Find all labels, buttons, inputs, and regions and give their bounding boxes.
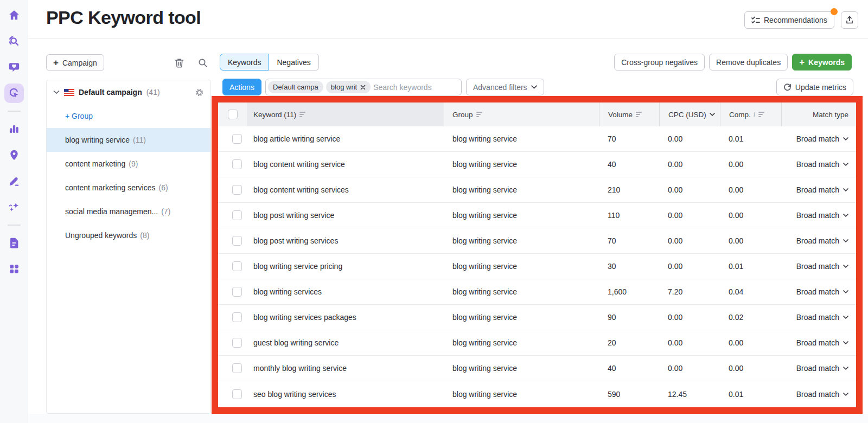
match-type-dropdown[interactable]: Broad match (796, 262, 848, 271)
row-checkbox[interactable] (232, 389, 242, 399)
group-cell: blog writing service (444, 381, 599, 407)
chevron-down-icon (843, 316, 848, 319)
filter-chip[interactable]: blog writ (326, 81, 371, 93)
volume-cell: 210 (599, 177, 659, 202)
column-header-group[interactable]: Group (444, 102, 599, 126)
close-icon[interactable] (360, 85, 366, 90)
match-type-value: Broad match (796, 287, 839, 296)
match-type-dropdown[interactable]: Broad match (796, 134, 848, 143)
reports-icon[interactable] (4, 233, 24, 253)
row-checkbox[interactable] (232, 236, 242, 246)
add-keywords-button[interactable]: + Keywords (792, 54, 852, 70)
row-checkbox[interactable] (232, 159, 242, 169)
keyword-cell: blog content writing service (247, 152, 444, 177)
sort-chevron-icon (710, 113, 715, 116)
advertising-icon[interactable] (4, 84, 24, 103)
column-header-cpc[interactable]: CPC (USD) (659, 102, 720, 126)
group-count: (11) (133, 136, 146, 144)
filter-chip[interactable]: Default campa (268, 81, 323, 93)
chevron-down-icon (843, 393, 848, 396)
keywords-table: Keyword (11)GroupVolumeCPC (USD)Comp.iMa… (218, 102, 856, 407)
more-apps-icon[interactable] (4, 259, 24, 279)
row-checkbox[interactable] (232, 210, 242, 220)
home-icon[interactable] (4, 5, 24, 25)
row-checkbox[interactable] (232, 312, 242, 322)
volume-cell: 30 (599, 254, 659, 279)
match-type-dropdown[interactable]: Broad match (796, 236, 848, 245)
analytics-icon[interactable] (4, 119, 24, 139)
cross-group-negatives-button[interactable]: Cross-group negatives (614, 54, 705, 70)
cpc-cell: 0.00 (659, 356, 720, 381)
comp-cell: 0.00 (720, 228, 781, 253)
group-item[interactable]: content marketing(9) (47, 152, 210, 176)
export-button[interactable] (841, 11, 858, 29)
table-header: Keyword (11)GroupVolumeCPC (USD)Comp.iMa… (218, 102, 856, 126)
comp-cell: 0.00 (720, 356, 781, 381)
actions-button[interactable]: Actions (222, 79, 261, 95)
gear-icon[interactable] (195, 88, 204, 97)
chevron-down-icon (531, 85, 537, 89)
update-metrics-button[interactable]: Update metrics (776, 79, 853, 95)
row-checkbox[interactable] (232, 363, 242, 373)
group-item[interactable]: Ungrouped keywords(8) (47, 223, 210, 247)
recommendations-button[interactable]: Recommendations (744, 11, 834, 29)
delete-icon[interactable] (173, 56, 186, 69)
match-type-dropdown[interactable]: Broad match (796, 390, 848, 399)
match-type-dropdown[interactable]: Broad match (796, 364, 848, 373)
sidebar-divider (8, 111, 21, 112)
add-group-button[interactable]: + Group (47, 104, 210, 128)
column-header-keyword[interactable]: Keyword (11) (247, 102, 444, 126)
notification-dot (831, 8, 838, 15)
match-type-value: Broad match (796, 364, 839, 373)
match-type-dropdown[interactable]: Broad match (796, 313, 848, 322)
group-item[interactable]: social media managemen...(7) (47, 200, 210, 223)
row-checkbox[interactable] (232, 287, 242, 297)
sort-icon (299, 112, 305, 117)
keyword-cell: blog content writing services (247, 177, 444, 202)
keyword-cell: seo blog writing services (247, 381, 444, 407)
group-count: (8) (140, 231, 149, 240)
match-type-dropdown[interactable]: Broad match (796, 287, 848, 296)
column-header-volume[interactable]: Volume (599, 102, 659, 126)
match-type-dropdown[interactable]: Broad match (796, 160, 848, 169)
add-campaign-button[interactable]: + Campaign (46, 54, 104, 71)
match-type-dropdown[interactable]: Broad match (796, 211, 848, 220)
table-row: blog content writing servicesblog writin… (218, 177, 856, 203)
select-all-checkbox[interactable] (228, 110, 238, 119)
tab-negatives[interactable]: Negatives (269, 54, 318, 70)
local-marketing-icon[interactable] (4, 145, 24, 165)
match-type-dropdown[interactable]: Broad match (796, 338, 848, 347)
table-row: monthly blog writing serviceblog writing… (218, 356, 856, 381)
row-checkbox[interactable] (232, 185, 242, 195)
search-keywords-input[interactable] (373, 83, 459, 92)
column-header-match[interactable]: Match type (781, 102, 856, 126)
campaign-row[interactable]: Default campaign (41) (47, 80, 210, 104)
match-type-value: Broad match (796, 211, 839, 220)
sort-icon (476, 112, 482, 117)
group-item[interactable]: content marketing services(6) (47, 176, 210, 200)
group-cell: blog writing service (444, 203, 599, 228)
content-marketing-icon[interactable] (4, 171, 24, 191)
row-checkbox[interactable] (232, 261, 242, 271)
table-row: blog writing service pricingblog writing… (218, 254, 856, 279)
plus-icon: + (53, 58, 59, 67)
match-type-dropdown[interactable]: Broad match (796, 185, 848, 194)
match-type-value: Broad match (796, 262, 839, 271)
keyword-search-box[interactable]: Default campablog writ (265, 79, 462, 95)
social-media-icon[interactable] (4, 57, 24, 77)
row-checkbox[interactable] (232, 338, 242, 348)
campaign-tree-panel: Default campaign (41) + Group blog writi… (46, 80, 211, 414)
group-item[interactable]: blog writing service(11) (47, 128, 210, 152)
group-count: (9) (129, 159, 138, 168)
tab-keywords[interactable]: Keywords (220, 54, 269, 70)
seo-toolkit-icon[interactable] (4, 31, 24, 51)
column-header-comp[interactable]: Comp.i (720, 102, 781, 126)
remove-duplicates-button[interactable]: Remove duplicates (709, 54, 788, 70)
table-toolbar: Actions Default campablog writ Advanced … (220, 79, 853, 95)
ai-tools-icon[interactable] (4, 197, 24, 217)
volume-cell: 70 (599, 228, 659, 253)
advanced-filters-dropdown[interactable]: Advanced filters (466, 79, 544, 95)
chevron-down-icon (53, 90, 60, 94)
row-checkbox[interactable] (232, 134, 242, 144)
search-icon[interactable] (196, 56, 209, 69)
